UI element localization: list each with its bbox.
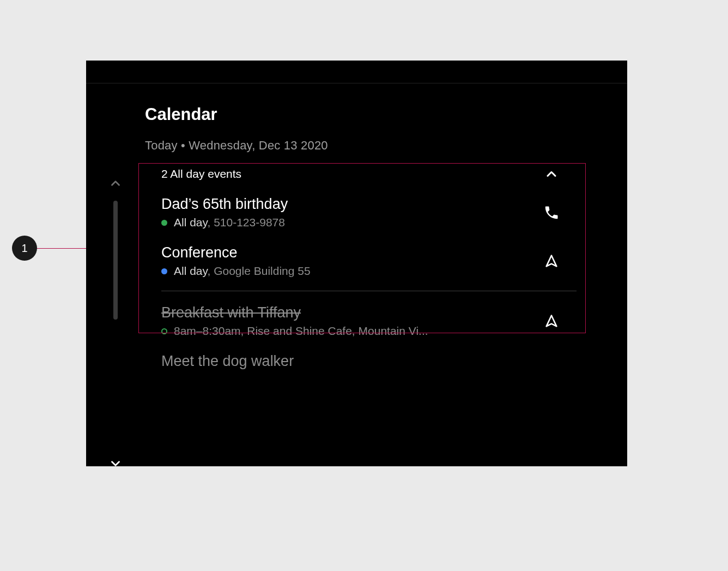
scrollbar-thumb[interactable] — [113, 201, 118, 320]
calendar-dot-icon — [161, 220, 167, 226]
allday-section-label: 2 All day events — [161, 167, 241, 181]
chevron-up-icon — [539, 166, 563, 182]
event-title: Meet the dog walker — [161, 353, 563, 370]
phone-icon[interactable] — [539, 205, 563, 221]
scroll-up-button[interactable] — [108, 176, 123, 191]
event-row[interactable]: Meet the dog walker — [145, 345, 577, 381]
navigate-icon[interactable] — [539, 254, 563, 269]
scroll-rail — [105, 176, 126, 466]
event-title: Breakfast with Tiffany — [161, 304, 539, 321]
annotation-badge: 1 — [12, 236, 37, 261]
app-content: Calendar Today • Wednesday, Dec 13 2020 … — [86, 105, 627, 381]
event-location: 510-123-9878 — [214, 216, 285, 229]
app-title: Calendar — [145, 105, 627, 124]
date-subtitle: Today • Wednesday, Dec 13 2020 — [145, 139, 627, 153]
scroll-down-button[interactable] — [108, 456, 123, 466]
event-time: All day — [174, 265, 207, 277]
event-title: Dad’s 65th birthday — [161, 196, 539, 213]
calendar-dot-icon — [161, 328, 167, 334]
device-screen: Calendar Today • Wednesday, Dec 13 2020 … — [86, 61, 627, 466]
event-title: Conference — [161, 244, 539, 261]
status-bar — [86, 61, 627, 83]
allday-section-header[interactable]: 2 All day events — [145, 160, 577, 188]
event-row[interactable]: Conference All day, Google Building 55 — [145, 237, 577, 285]
navigate-icon[interactable] — [539, 314, 563, 329]
event-location: Google Building 55 — [214, 265, 310, 277]
calendar-dot-icon — [161, 268, 167, 274]
event-location: Rise and Shine Cafe, Mountain Vi... — [247, 324, 428, 337]
event-row[interactable]: Dad’s 65th birthday All day, 510-123-987… — [145, 188, 577, 237]
annotation-number: 1 — [21, 242, 27, 255]
event-time: All day — [174, 216, 207, 229]
event-time: 8am–8:30am — [174, 324, 241, 337]
event-row[interactable]: Breakfast with Tiffany 8am–8:30am, Rise … — [145, 291, 577, 345]
